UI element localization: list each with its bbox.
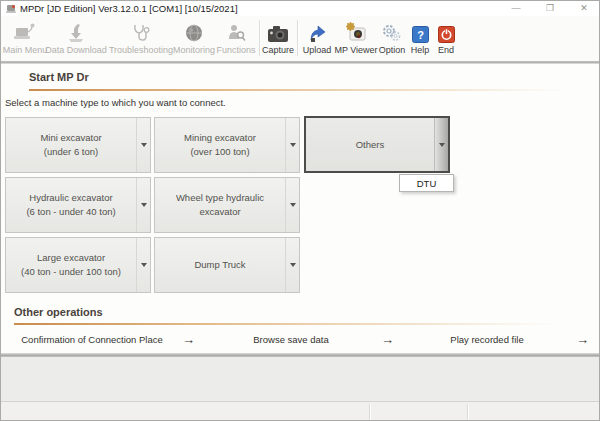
toolbar-item-end[interactable]: End [411, 19, 481, 59]
machine-button-sublabel: (under 6 ton) [44, 145, 98, 159]
link-browse-save-data[interactable]: Browse save data → [204, 330, 394, 348]
machine-button-hydraulic-excavator[interactable]: Hydraulic excavator (6 ton - under 40 to… [5, 177, 151, 233]
machine-button-sublabel: (6 ton - under 40 ton) [26, 205, 115, 219]
chevron-down-icon [290, 143, 296, 147]
machine-button-label: Mini excavator [40, 131, 101, 145]
menu-item-dtu[interactable]: DTU [400, 175, 453, 191]
machine-button-dump-truck[interactable]: Dump Truck [154, 237, 300, 293]
machine-button-large-excavator[interactable]: Large excavator (40 ton - under 100 ton) [5, 237, 151, 293]
data-download-icon [41, 19, 111, 43]
title-bar: MPDr [JD Edition] Ver3.12.0.1 [COM1] [10… [1, 1, 599, 16]
dropdown-arrow-button[interactable] [434, 118, 448, 171]
link-label: Play recorded file [401, 334, 573, 345]
footer-panel: Connect(C) [1, 357, 599, 401]
heading-rule [29, 89, 596, 91]
toolbar-item-data-download: Data Download [41, 19, 111, 59]
arrow-right-icon: → [179, 332, 195, 347]
chevron-down-icon [290, 203, 296, 207]
dropdown-arrow-button[interactable] [285, 118, 299, 172]
machine-button-wheel-type-hydraulic-excavator[interactable]: Wheel type hydraulic excavator [154, 177, 300, 233]
arrow-right-icon: → [378, 332, 394, 347]
dropdown-arrow-button[interactable] [136, 178, 150, 232]
app-window: MPDr [JD Edition] Ver3.12.0.1 [COM1] [10… [0, 0, 600, 421]
maximize-icon[interactable]: ❐ [541, 2, 559, 15]
chevron-down-icon [290, 263, 296, 267]
link-label: Confirmation of Connection Place [5, 334, 179, 345]
others-dropdown-menu: DTU [399, 174, 454, 192]
chevron-down-icon [141, 143, 147, 147]
page-title: Start MP Dr [29, 71, 89, 83]
app-icon [6, 4, 16, 14]
machine-button-label: Wheel type hydraulic excavator [157, 191, 283, 219]
machine-button-sublabel: (40 ton - under 100 ton) [21, 265, 121, 279]
machine-button-others[interactable]: Others [304, 116, 450, 173]
dropdown-arrow-button[interactable] [136, 118, 150, 172]
status-bar-separator [467, 404, 469, 421]
machine-button-label: Hydraulic excavator [29, 191, 112, 205]
machine-button-label: Others [356, 138, 385, 152]
link-confirmation-of-connection-place[interactable]: Confirmation of Connection Place → [5, 330, 195, 348]
link-label: Browse save data [204, 334, 378, 345]
end-icon [411, 19, 481, 43]
dropdown-arrow-button[interactable] [136, 238, 150, 292]
chevron-down-icon [439, 143, 445, 147]
machine-button-mining-excavator[interactable]: Mining excavator (over 100 ton) [154, 117, 300, 173]
chevron-down-icon [141, 203, 147, 207]
toolbar: Main Menu Data Download Troubleshooting [1, 16, 599, 61]
close-icon[interactable]: ✕ [575, 2, 593, 15]
machine-button-label: Mining excavator [184, 131, 256, 145]
dropdown-arrow-button[interactable] [285, 178, 299, 232]
window-controls: — ❐ ✕ [507, 1, 593, 16]
link-play-recorded-file[interactable]: Play recorded file → [401, 330, 589, 348]
status-bar-separator [369, 404, 371, 421]
machine-button-label: Dump Truck [194, 258, 245, 272]
window-title: MPDr [JD Edition] Ver3.12.0.1 [COM1] [10… [20, 3, 238, 14]
other-operations-heading: Other operations [14, 306, 103, 318]
chevron-down-icon [141, 263, 147, 267]
other-operations-rule [14, 323, 586, 325]
dropdown-arrow-button[interactable] [285, 238, 299, 292]
status-bar [1, 401, 599, 421]
machine-button-sublabel: (over 100 ton) [190, 145, 249, 159]
minimize-icon[interactable]: — [507, 2, 525, 15]
machine-button-label: Large excavator [37, 251, 105, 265]
toolbar-divider [1, 61, 599, 64]
instruction-text: Select a machine type to which you want … [5, 97, 226, 108]
machine-button-mini-excavator[interactable]: Mini excavator (under 6 ton) [5, 117, 151, 173]
arrow-right-icon: → [573, 332, 589, 347]
